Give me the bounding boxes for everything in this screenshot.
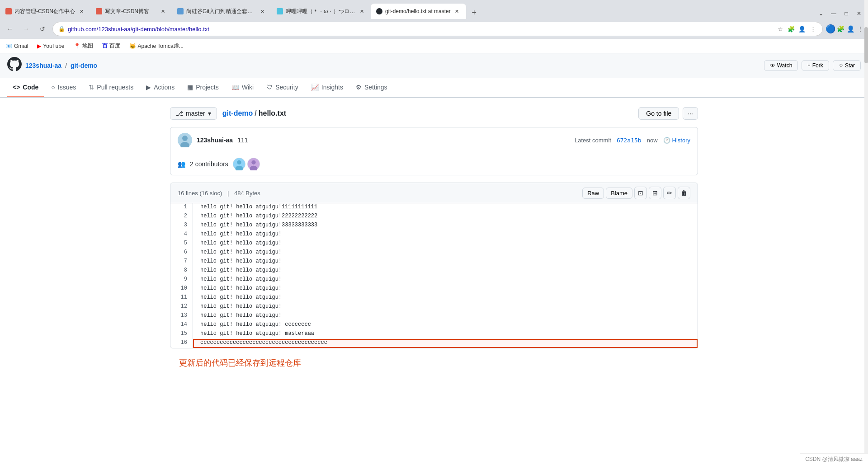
line-code: hello git! hello atguigu! <box>193 276 698 285</box>
nav-item-code[interactable]: <> Code <box>7 78 44 97</box>
nav-item-settings[interactable]: ⚙ Settings <box>350 78 393 97</box>
line-number: 7 <box>170 258 193 267</box>
bookmark-tomcat[interactable]: 🐱 Apache Tomcat®... <box>127 42 185 50</box>
tab-close-button[interactable]: ✕ <box>453 8 461 15</box>
address-bar[interactable]: 🔒 github.com/123shuai-aa/git-demo/blob/m… <box>52 22 823 36</box>
tomcat-icon: 🐱 <box>129 43 136 49</box>
delete-button[interactable]: 🗑 <box>678 187 690 199</box>
line-number: 6 <box>170 249 193 258</box>
line-number: 13 <box>170 312 193 321</box>
tab-title: 内容管理-CSDN创作中心 <box>14 8 75 15</box>
contributors-people-icon: 👥 <box>178 160 185 168</box>
blame-button[interactable]: Blame <box>606 188 632 199</box>
forward-button[interactable]: → <box>20 23 33 35</box>
file-path-repo-link[interactable]: git-demo <box>222 109 253 117</box>
nav-item-projects[interactable]: ▦ Projects <box>182 78 224 97</box>
line-number: 1 <box>170 203 193 212</box>
github-logo <box>7 57 22 74</box>
bottom-bar-text: CSDN @清风微凉 aaaz <box>805 456 863 460</box>
github-repo-link[interactable]: git-demo <box>71 62 97 69</box>
browser-more-icon[interactable]: ⋮ <box>856 25 864 33</box>
edit-button[interactable]: ✏ <box>663 187 676 199</box>
chrome-icon[interactable]: 🔵 <box>826 25 835 33</box>
fork-button[interactable]: ⑂ Fork <box>802 60 829 71</box>
extension-icon[interactable]: 🧩 <box>787 25 795 33</box>
tab-close-button[interactable]: ✕ <box>159 8 166 15</box>
contributors-label[interactable]: 2 contributors <box>190 160 228 168</box>
more-options-button[interactable]: ··· <box>683 107 698 120</box>
file-size-separator: | <box>227 190 229 197</box>
tab-github-active[interactable]: git-demo/hello.txt at master ✕ <box>371 4 466 19</box>
file-box: 16 lines (16 sloc) | 484 Bytes Raw Blame… <box>170 183 698 348</box>
new-tab-button[interactable]: + <box>468 6 481 19</box>
bookmark-label: 百度 <box>109 42 120 50</box>
history-link[interactable]: 🕐 History <box>663 137 690 144</box>
nav-item-issues[interactable]: ○ Issues <box>46 78 81 97</box>
code-line-5: 5hello git! hello atguigu! <box>170 240 698 249</box>
bookmark-star-icon[interactable]: ☆ <box>776 25 784 33</box>
extensions-icon[interactable]: 🧩 <box>836 25 844 33</box>
menu-icon[interactable]: ⋮ <box>809 25 817 33</box>
url-text: github.com/123shuai-aa/git-demo/blob/mas… <box>68 26 774 33</box>
window-minimize-button[interactable]: — <box>828 8 839 19</box>
go-to-file-button[interactable]: Go to file <box>638 107 679 120</box>
browser-chrome: 内容管理-CSDN创作中心 ✕ 写文章-CSDN博客 ✕ 尚硅谷Git入门到精通… <box>0 0 868 53</box>
nav-label-projects: Projects <box>196 84 219 91</box>
tab-git-tutorial[interactable]: 尚硅谷Git入门到精通全套教程（ ✕ <box>172 4 271 19</box>
tab-close-button[interactable]: ✕ <box>78 8 85 15</box>
window-maximize-button[interactable]: □ <box>841 8 852 19</box>
copy-button[interactable]: ⊞ <box>649 187 661 199</box>
line-code: hello git! hello atguigu! <box>193 312 698 321</box>
tab-favicon <box>5 8 12 14</box>
line-number: 14 <box>170 321 193 330</box>
nav-label-settings: Settings <box>364 84 387 91</box>
bookmark-baidu[interactable]: 百 百度 <box>100 41 122 51</box>
commit-info-right: Latest commit 672a15b now 🕐 History <box>575 137 690 144</box>
tab-close-button[interactable]: ✕ <box>259 8 266 15</box>
bookmark-maps[interactable]: 📍 地图 <box>72 41 95 51</box>
gmail-icon: 📧 <box>5 43 12 49</box>
nav-item-insights[interactable]: 📈 Insights <box>306 78 349 97</box>
window-expand-button[interactable]: ⌄ <box>816 8 826 19</box>
profile-icon[interactable]: 👤 <box>798 25 806 33</box>
star-button[interactable]: ☆ Star <box>833 60 861 71</box>
code-line-10: 10hello git! hello atguigu! <box>170 285 698 294</box>
tab-bilibili[interactable]: 呷哩呷哩（＊・ω・）つロ 千杯~~-bili ✕ <box>271 4 371 19</box>
browser-profile-icon[interactable]: 👤 <box>846 25 854 33</box>
nav-label-code: Code <box>23 84 38 91</box>
line-number: 15 <box>170 330 193 339</box>
nav-item-pull-requests[interactable]: ⇅ Pull requests <box>83 78 139 97</box>
tab-csdn-content[interactable]: 内容管理-CSDN创作中心 ✕ <box>0 4 90 19</box>
line-code: hello git! hello atguigu!22222222222 <box>193 212 698 221</box>
branch-selector[interactable]: ⎇ master ▾ <box>170 107 217 120</box>
scrollbar-thumb[interactable] <box>864 27 868 63</box>
raw-button[interactable]: Raw <box>582 188 604 199</box>
watch-button[interactable]: 👁 Watch <box>764 60 798 71</box>
line-code: hello git! hello atguigu! <box>193 294 698 303</box>
scrollbar[interactable] <box>864 0 868 460</box>
tab-csdn-write[interactable]: 写文章-CSDN博客 ✕ <box>90 4 172 19</box>
window-close-button[interactable]: ✕ <box>854 8 864 19</box>
code-line-14: 14hello git! hello atguigu! cccccccc <box>170 321 698 330</box>
github-user-link[interactable]: 123shuai-aa <box>25 62 61 69</box>
tab-close-button[interactable]: ✕ <box>358 8 365 15</box>
commit-username[interactable]: 123shuai-aa <box>197 136 233 144</box>
line-number: 9 <box>170 276 193 285</box>
commit-sha[interactable]: 672a15b <box>617 137 642 144</box>
line-number: 3 <box>170 221 193 230</box>
nav-item-wiki[interactable]: 📖 Wiki <box>226 78 259 97</box>
address-bar-row: ← → ↺ 🔒 github.com/123shuai-aa/git-demo/… <box>0 19 868 39</box>
bookmark-label: YouTube <box>43 43 64 49</box>
nav-item-security[interactable]: 🛡 Security <box>261 78 304 97</box>
nav-label-pr: Pull requests <box>97 84 133 91</box>
back-button[interactable]: ← <box>4 23 16 35</box>
bookmark-youtube[interactable]: ▶ YouTube <box>35 42 66 50</box>
code-line-13: 13hello git! hello atguigu! <box>170 312 698 321</box>
nav-label-issues: Issues <box>58 84 76 91</box>
bookmark-gmail[interactable]: 📧 Gmail <box>4 42 30 50</box>
display-mode-button[interactable]: ⊡ <box>634 187 647 199</box>
line-code: hello git! hello atguigu! <box>193 240 698 249</box>
reload-button[interactable]: ↺ <box>36 23 49 35</box>
nav-item-actions[interactable]: ▶ Actions <box>141 78 180 97</box>
tab-title: git-demo/hello.txt at master <box>385 8 451 14</box>
